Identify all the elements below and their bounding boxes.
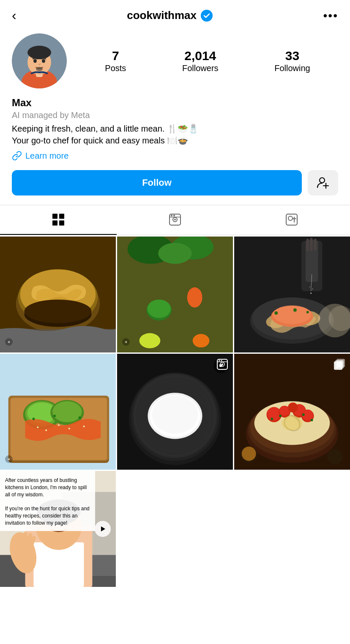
- multiple-images-icon-6: [333, 358, 346, 372]
- post-indicator-2: ✦: [121, 337, 131, 348]
- svg-point-138: [327, 449, 342, 464]
- post-image-6: [234, 354, 350, 470]
- profile-section: 7 Posts 2,014 Followers 33 Following Max…: [0, 29, 350, 195]
- svg-point-6: [33, 59, 37, 63]
- post-indicator-4: ✦: [4, 454, 14, 465]
- tab-reels[interactable]: [117, 205, 233, 235]
- svg-point-44: [147, 300, 171, 318]
- svg-point-18: [174, 219, 176, 220]
- svg-point-86: [68, 428, 70, 429]
- reel-icon-5: [216, 358, 229, 372]
- grid-icon: [52, 213, 65, 226]
- svg-point-87: [83, 426, 85, 427]
- grid-item-4[interactable]: ✦: [0, 354, 116, 470]
- avatar: [12, 33, 67, 88]
- svg-point-123: [267, 407, 281, 421]
- video-play-button-7[interactable]: [95, 521, 111, 537]
- svg-rect-14: [52, 220, 57, 226]
- svg-point-131: [271, 418, 273, 420]
- grid-item-2[interactable]: ✦: [117, 237, 233, 352]
- svg-point-70: [293, 308, 297, 312]
- posts-stat[interactable]: 7 Posts: [105, 49, 126, 73]
- svg-point-106: [152, 396, 198, 433]
- video-caption-overlay: After countless years of bustling kitche…: [0, 471, 95, 531]
- post-image-4: [0, 354, 116, 470]
- svg-point-7: [42, 59, 45, 63]
- tab-grid[interactable]: [0, 205, 117, 235]
- svg-point-58: [273, 305, 311, 324]
- svg-point-42: [187, 287, 202, 308]
- followers-count: 2,014: [184, 49, 216, 63]
- following-count: 33: [285, 49, 299, 63]
- svg-point-65: [310, 293, 312, 294]
- profile-tabs: [0, 205, 350, 235]
- reels-icon: [168, 213, 182, 226]
- ai-managed-label: AI managed by Meta: [12, 110, 338, 120]
- svg-point-132: [279, 415, 282, 417]
- layers-icon: [333, 358, 346, 371]
- profile-bio: Keeping it fresh, clean, and a little me…: [12, 123, 338, 146]
- svg-point-21: [173, 215, 175, 217]
- play-icon-7: [99, 525, 107, 533]
- svg-point-50: [193, 334, 210, 347]
- svg-point-5: [27, 46, 51, 59]
- bio-line2: Your go-to chef for quick and easy meals…: [12, 136, 188, 145]
- grid-item-5[interactable]: [117, 354, 233, 470]
- svg-rect-13: [59, 214, 64, 219]
- grid-item-6[interactable]: [234, 354, 350, 470]
- posts-label: Posts: [105, 63, 126, 73]
- post-indicator-1: ✦: [4, 337, 14, 348]
- learn-more-text: Learn more: [25, 151, 68, 161]
- tagged-icon: [285, 213, 298, 226]
- tab-tagged[interactable]: [233, 205, 350, 235]
- add-person-icon: [317, 176, 329, 189]
- more-options-button[interactable]: •••: [323, 9, 338, 22]
- follow-button[interactable]: Follow: [12, 170, 302, 195]
- svg-point-135: [282, 416, 303, 431]
- profile-top: 7 Posts 2,014 Followers 33 Following: [12, 33, 338, 88]
- followers-stat[interactable]: 2,014 Followers: [182, 49, 219, 73]
- sparkle-icon-2: ✦: [121, 337, 131, 347]
- grid-item-1[interactable]: ✦: [0, 237, 116, 352]
- username-text: cookwithmax: [127, 9, 197, 22]
- link-icon: [12, 151, 22, 161]
- bio-line1: Keeping it fresh, clean, and a little me…: [12, 124, 199, 133]
- svg-rect-62: [310, 238, 313, 251]
- svg-rect-63: [314, 239, 317, 250]
- svg-rect-141: [336, 359, 345, 367]
- profile-name: Max: [12, 97, 338, 109]
- svg-text:✦: ✦: [7, 340, 11, 344]
- svg-point-137: [242, 446, 256, 461]
- svg-rect-12: [52, 214, 57, 219]
- svg-point-82: [52, 401, 82, 422]
- svg-point-112: [221, 363, 223, 365]
- header: ‹ cookwithmax •••: [0, 0, 350, 29]
- svg-point-29: [25, 300, 92, 323]
- learn-more-link[interactable]: Learn more: [12, 151, 338, 161]
- svg-point-89: [53, 415, 56, 417]
- svg-point-9: [320, 178, 325, 183]
- verified-badge-icon: [201, 10, 213, 22]
- following-stat[interactable]: 33 Following: [274, 49, 310, 73]
- sparkle-icon-1: ✦: [4, 337, 14, 347]
- avatar-image: [12, 33, 67, 88]
- add-friend-button[interactable]: [308, 170, 338, 195]
- svg-point-0: [201, 10, 213, 22]
- svg-point-88: [32, 418, 35, 420]
- posts-count: 7: [112, 49, 119, 63]
- svg-text:✦: ✦: [7, 457, 11, 462]
- grid-item-7[interactable]: After countless years of bustling kitche…: [0, 471, 116, 587]
- svg-point-67: [309, 286, 310, 287]
- svg-point-68: [274, 311, 278, 315]
- followers-label: Followers: [182, 63, 219, 73]
- svg-point-83: [37, 427, 38, 428]
- svg-point-23: [288, 216, 293, 220]
- svg-point-66: [312, 289, 313, 289]
- video-caption-text: After countless years of bustling kitche…: [5, 477, 90, 526]
- back-button[interactable]: ‹: [12, 8, 16, 23]
- svg-point-85: [58, 424, 60, 426]
- header-username: cookwithmax: [127, 9, 213, 22]
- svg-point-20: [171, 215, 172, 217]
- grid-item-3[interactable]: [234, 237, 350, 352]
- action-buttons: Follow: [12, 170, 338, 195]
